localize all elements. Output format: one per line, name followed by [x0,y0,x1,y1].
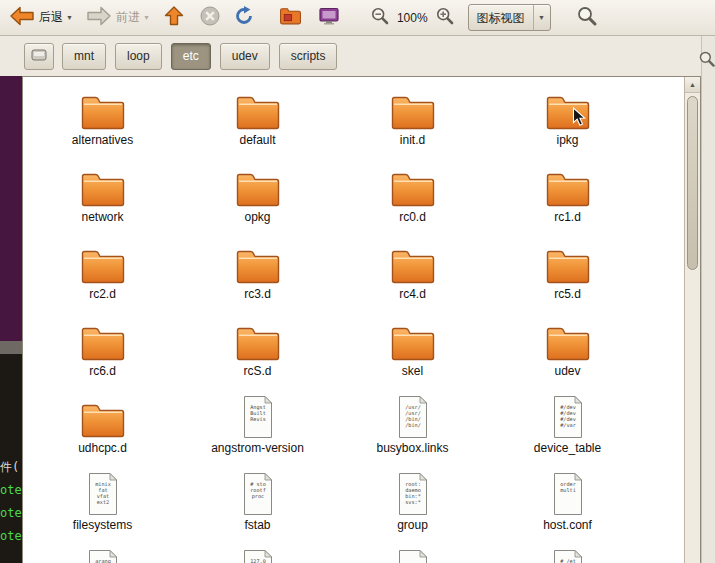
up-button[interactable] [160,3,188,33]
zoom-in-button[interactable] [432,4,458,32]
computer-icon [318,6,340,30]
file-name-label: group [397,518,428,532]
file-name-label: rcS.d [243,364,271,378]
svg-text:/bin/: /bin/ [405,422,421,428]
drive-button[interactable] [24,43,54,70]
file-item-partial[interactable]: # /et [490,547,645,563]
file-item-rc5.d[interactable]: rc5.d [490,239,645,316]
search-button[interactable] [573,3,601,33]
file-item-udhcpc.d[interactable]: udhcpc.d [25,393,180,470]
reload-button[interactable] [230,3,258,33]
stop-button[interactable] [196,3,224,33]
file-item-init.d[interactable]: init.d [335,85,490,162]
folder-icon [80,316,126,362]
svg-text:# /et: # /et [560,558,576,563]
file-name-label: angstrom-version [211,441,304,455]
forward-button[interactable]: 前进 [83,3,143,33]
terminal-line: ote [0,525,22,548]
file-item-rcS.d[interactable]: rcS.d [180,316,335,393]
vertical-scrollbar[interactable]: ▲ [684,77,700,563]
forward-arrow-icon [86,5,112,31]
scroll-up-arrow-icon[interactable]: ▲ [685,77,700,93]
file-item-fstab[interactable]: # storootfprocfstab [180,470,335,547]
pathbar: mntloopetcudevscripts [0,36,701,76]
file-item-busybox.links[interactable]: /usr//usr//bin//bin/busybox.links [335,393,490,470]
path-button-mnt[interactable]: mnt [62,43,106,70]
file-item-network[interactable]: network [25,162,180,239]
file-name-label: network [81,210,123,224]
view-mode-dropdown-icon[interactable]: ▼ [533,5,550,30]
background-terminal-titlebar [0,341,22,354]
file-item-rc2.d[interactable]: rc2.d [25,239,180,316]
back-arrow-icon [9,5,35,31]
file-item-partial[interactable]: 127.0 [180,547,335,563]
stop-icon [199,5,221,31]
file-item-opkg[interactable]: opkg [180,162,335,239]
folder-icon [390,316,436,362]
svg-text:#/var: #/var [560,422,576,428]
file-item-group[interactable]: root:daemobin:*svs:*group [335,470,490,547]
file-item-partial[interactable] [335,547,490,563]
drive-icon [31,48,47,65]
back-history-dropdown-icon[interactable]: ▼ [66,14,73,21]
file-name-label: rc0.d [399,210,426,224]
file-item-rc1.d[interactable]: rc1.d [490,162,645,239]
search-icon [698,50,715,72]
folder-icon [235,239,281,285]
folder-icon [545,239,591,285]
zoom-in-icon [435,6,455,30]
file-item-ipkg[interactable]: ipkg [490,85,645,162]
text-file-icon: minixfatvfatext2 [85,470,121,516]
file-grid: alternativesdefaultinit.dipkgnetworkopkg… [25,85,645,563]
file-name-label: busybox.links [376,441,448,455]
folder-icon [390,85,436,131]
up-arrow-icon [163,5,185,31]
zoom-level: 100% [397,11,428,25]
path-button-etc[interactable]: etc [171,43,211,70]
file-view[interactable]: alternativesdefaultinit.dipkgnetworkopkg… [22,76,701,563]
path-button-loop[interactable]: loop [115,43,162,70]
text-file-icon: # storootfproc [240,470,276,516]
file-item-device_table[interactable]: #/dev#/dev#/dev#/vardevice_table [490,393,645,470]
path-button-scripts[interactable]: scripts [279,43,338,70]
file-item-rc4.d[interactable]: rc4.d [335,239,490,316]
file-name-label: host.conf [543,518,592,532]
file-item-angstrom-version[interactable]: AngstBuiltRevisangstrom-version [180,393,335,470]
search-icon [576,5,598,31]
home-button[interactable] [276,4,305,31]
file-name-label: alternatives [72,133,133,147]
folder-icon [80,162,126,208]
background-window-right [701,36,715,563]
file-item-partial[interactable]: arang [25,547,180,563]
folder-icon [545,162,591,208]
file-item-rc3.d[interactable]: rc3.d [180,239,335,316]
file-item-skel[interactable]: skel [335,316,490,393]
file-item-filesystems[interactable]: minixfatvfatext2filesystems [25,470,180,547]
back-button[interactable]: 后退 [6,3,66,33]
file-item-udev[interactable]: udev [490,316,645,393]
computer-button[interactable] [315,4,343,32]
path-button-udev[interactable]: udev [220,43,270,70]
folder-icon [390,239,436,285]
file-item-alternatives[interactable]: alternatives [25,85,180,162]
text-file-icon: 127.0 [240,547,276,563]
file-item-rc6.d[interactable]: rc6.d [25,316,180,393]
terminal-line: ote [0,502,22,525]
folder-icon [235,85,281,131]
file-item-host.conf[interactable]: ordermultihost.conf [490,470,645,547]
file-item-rc0.d[interactable]: rc0.d [335,162,490,239]
file-name-label: rc3.d [244,287,271,301]
file-name-label: rc5.d [554,287,581,301]
forward-history-dropdown-icon[interactable]: ▼ [143,14,150,21]
file-item-default[interactable]: default [180,85,335,162]
file-name-label: skel [402,364,423,378]
file-name-label: udev [554,364,580,378]
text-file-icon: AngstBuiltRevis [240,393,276,439]
view-mode-select[interactable]: 图标视图 ▼ [468,4,551,31]
scrollbar-thumb[interactable] [687,96,698,270]
file-name-label: ipkg [556,133,578,147]
mouse-cursor-icon [572,107,586,131]
svg-text:proc: proc [251,493,264,500]
file-name-label: rc2.d [89,287,116,301]
zoom-out-button[interactable] [367,4,393,32]
